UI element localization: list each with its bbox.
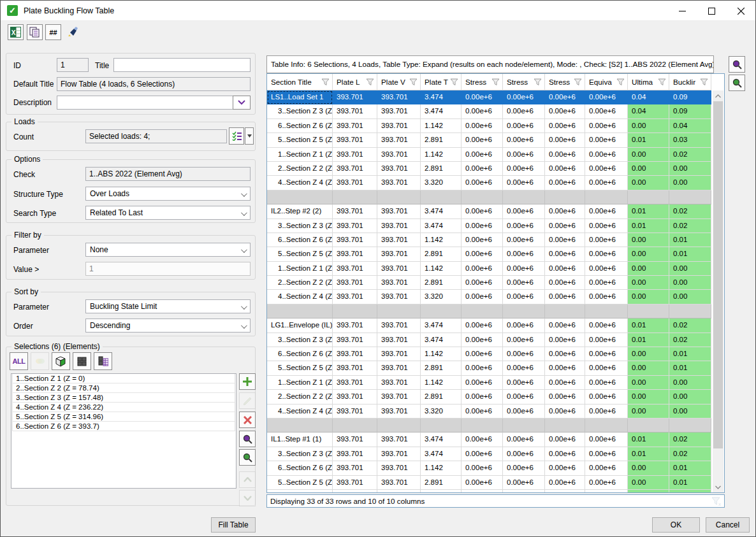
value-cell[interactable]: 0.00: [628, 376, 669, 390]
value-cell[interactable]: 0.00e+6: [545, 219, 585, 233]
filter-parameter-select[interactable]: None: [85, 243, 251, 257]
section-title-cell[interactable]: 1..Section Z 1 (Z: [267, 376, 333, 390]
description-input[interactable]: [57, 96, 233, 110]
value-cell[interactable]: 0.00e+6: [462, 233, 503, 247]
value-cell[interactable]: 0.00e+6: [462, 247, 503, 261]
value-cell[interactable]: 0.00e+6: [545, 119, 585, 133]
value-cell[interactable]: 393.701: [377, 133, 421, 147]
value-cell[interactable]: 0.00: [628, 162, 669, 176]
column-header[interactable]: Stress: [462, 74, 503, 90]
value-cell[interactable]: 0.00: [628, 405, 669, 419]
scrollbar-thumb[interactable]: [713, 101, 723, 448]
value-cell[interactable]: 0.00e+6: [545, 376, 585, 390]
section-title-cell[interactable]: 3..Section Z 3 (Z: [267, 219, 333, 233]
value-cell[interactable]: 0.00: [669, 176, 711, 190]
value-cell[interactable]: 0.00e+6: [462, 219, 503, 233]
value-cell[interactable]: 0.00e+6: [462, 376, 503, 390]
selection-list-item[interactable]: 5..Section Z 5 (Z = 314.96): [12, 412, 235, 422]
value-cell[interactable]: 0.00e+6: [503, 119, 545, 133]
column-header[interactable]: Plate L: [333, 74, 377, 90]
table-row[interactable]: 6..Section Z 6 (Z393.701393.7011.1420.00…: [267, 347, 713, 361]
value-cell[interactable]: 0.00e+6: [545, 104, 585, 118]
value-cell[interactable]: 0.00: [628, 490, 669, 492]
table-row[interactable]: 1..Section Z 1 (Z393.701393.7011.1420.00…: [267, 376, 713, 390]
value-cell[interactable]: 0.00e+6: [585, 290, 628, 304]
value-cell[interactable]: 393.701: [333, 390, 377, 404]
table-row[interactable]: 5..Section Z 5 (Z393.701393.7012.8910.00…: [267, 247, 713, 261]
select-all-button[interactable]: ALL: [10, 352, 28, 370]
value-cell[interactable]: 393.701: [377, 119, 421, 133]
value-cell[interactable]: 0.00e+6: [503, 447, 545, 461]
ok-button[interactable]: OK: [652, 517, 700, 533]
value-cell[interactable]: 0.00e+6: [585, 447, 628, 461]
value-cell[interactable]: 393.701: [377, 376, 421, 390]
value-cell[interactable]: 0.00e+6: [545, 162, 585, 176]
section-title-cell[interactable]: 4..Section Z 4 (Z: [267, 290, 333, 304]
value-cell[interactable]: 0.03: [669, 133, 711, 147]
value-cell[interactable]: 393.701: [377, 176, 421, 190]
value-cell[interactable]: 0.00e+6: [503, 133, 545, 147]
value-cell[interactable]: 0.00e+6: [503, 176, 545, 190]
value-cell[interactable]: 0.00e+6: [545, 361, 585, 375]
value-cell[interactable]: 0.00e+6: [462, 162, 503, 176]
value-cell[interactable]: 0.00e+6: [545, 262, 585, 276]
value-cell[interactable]: 2.891: [421, 276, 462, 290]
value-cell[interactable]: 0.00e+6: [462, 290, 503, 304]
search-type-select[interactable]: Related To Last: [85, 206, 251, 220]
value-cell[interactable]: 0.00e+6: [503, 476, 545, 490]
preview-selection-button[interactable]: [239, 449, 256, 466]
section-title-cell[interactable]: LS1..Load Set 1: [267, 90, 333, 104]
value-cell[interactable]: 0.00e+6: [585, 405, 628, 419]
value-cell[interactable]: 393.701: [333, 490, 377, 492]
value-cell[interactable]: 1.142: [421, 461, 462, 475]
value-cell[interactable]: 3.474: [421, 104, 462, 118]
table-vertical-scrollbar[interactable]: [713, 90, 723, 492]
value-cell[interactable]: 3.474: [421, 447, 462, 461]
selection-list-item[interactable]: 1..Section Z 1 (Z = 0): [12, 373, 235, 383]
table-row[interactable]: 3..Section Z 3 (Z393.701393.7013.4740.00…: [267, 333, 713, 347]
grid-view-button[interactable]: [73, 352, 91, 370]
section-title-cell[interactable]: 4..Section Z 4 (Z: [267, 405, 333, 419]
value-cell[interactable]: 0.02: [669, 333, 711, 347]
value-cell[interactable]: 0.04: [628, 104, 669, 118]
grid-table-button[interactable]: [94, 352, 112, 370]
value-cell[interactable]: 1.142: [421, 262, 462, 276]
value-cell[interactable]: 393.701: [377, 319, 421, 333]
value-cell[interactable]: 0.00: [669, 490, 711, 492]
value-cell[interactable]: 0.02: [669, 219, 711, 233]
value-cell[interactable]: 393.701: [377, 162, 421, 176]
value-cell[interactable]: 0.00: [628, 361, 669, 375]
value-cell[interactable]: 0.00: [628, 476, 669, 490]
value-cell[interactable]: 3.474: [421, 333, 462, 347]
value-cell[interactable]: 0.00e+6: [462, 333, 503, 347]
value-cell[interactable]: 0.00: [628, 290, 669, 304]
column-header[interactable]: Plate V: [377, 74, 421, 90]
value-cell[interactable]: 0.04: [628, 90, 669, 104]
loads-dropdown-button[interactable]: [245, 127, 254, 145]
value-cell[interactable]: 393.701: [333, 104, 377, 118]
section-title-cell[interactable]: 2..Section Z 2 (Z: [267, 276, 333, 290]
value-cell[interactable]: 0.00e+6: [545, 347, 585, 361]
value-cell[interactable]: 393.701: [333, 176, 377, 190]
value-cell[interactable]: 0.00e+6: [462, 262, 503, 276]
section-title-cell[interactable]: 5..Section Z 5 (Z: [267, 247, 333, 261]
value-cell[interactable]: 393.701: [377, 405, 421, 419]
value-cell[interactable]: 0.00e+6: [545, 90, 585, 104]
inspect-selection-button[interactable]: [239, 431, 256, 447]
value-cell[interactable]: 393.701: [377, 447, 421, 461]
value-cell[interactable]: 0.00e+6: [545, 276, 585, 290]
section-title-cell[interactable]: 6..Section Z 6 (Z: [267, 347, 333, 361]
value-cell[interactable]: 0.00e+6: [503, 347, 545, 361]
value-cell[interactable]: 0.00e+6: [585, 104, 628, 118]
table-row[interactable]: 5..Section Z 5 (Z393.701393.7012.8910.00…: [267, 476, 713, 490]
value-cell[interactable]: 0.00e+6: [585, 347, 628, 361]
value-cell[interactable]: 0.01: [669, 247, 711, 261]
value-cell[interactable]: 0.09: [669, 104, 711, 118]
selection-list-item[interactable]: 2..Section Z 2 (Z = 78.74): [12, 383, 235, 393]
value-cell[interactable]: 0.02: [669, 204, 711, 218]
value-cell[interactable]: 393.701: [377, 347, 421, 361]
value-cell[interactable]: 0.00e+6: [503, 461, 545, 475]
column-header[interactable]: Section Title: [267, 74, 333, 90]
value-cell[interactable]: 0.01: [628, 447, 669, 461]
value-cell[interactable]: 393.701: [333, 361, 377, 375]
